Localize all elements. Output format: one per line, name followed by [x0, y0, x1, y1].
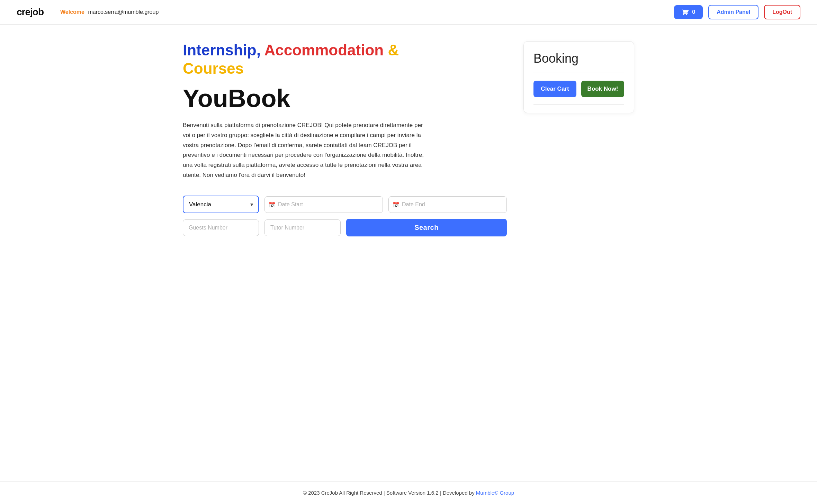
footer-copyright: © 2023 CreJob All Right Reserved | Softw… — [303, 490, 476, 496]
right-column: Booking Clear Cart Book Now! — [523, 41, 634, 470]
headline-courses: Courses — [183, 60, 244, 77]
search-row-1: Valencia Madrid Barcelona Rome Milan ▼ 📅… — [183, 196, 507, 213]
logo: crejob — [17, 7, 44, 18]
search-button[interactable]: Search — [346, 219, 507, 236]
search-form: Valencia Madrid Barcelona Rome Milan ▼ 📅… — [183, 196, 507, 236]
date-end-input[interactable] — [388, 196, 507, 213]
hero-description: Benvenuti sulla piattaforma di prenotazi… — [183, 120, 432, 180]
city-select[interactable]: Valencia Madrid Barcelona Rome Milan — [183, 196, 259, 213]
headline-comma: , — [257, 42, 261, 58]
city-select-wrapper: Valencia Madrid Barcelona Rome Milan ▼ — [183, 196, 259, 213]
guests-number-input[interactable] — [183, 219, 259, 236]
calendar-icon-start: 📅 — [269, 201, 276, 208]
booking-divider-bottom — [533, 104, 624, 105]
date-start-wrapper: 📅 — [264, 196, 383, 213]
cart-icon — [682, 9, 689, 16]
youbook-title: YouBook — [183, 85, 507, 112]
user-email: marco.serra@mumble.group — [88, 9, 159, 15]
footer-link[interactable]: Mumble© Group — [476, 490, 514, 496]
headline-accommodation: Accommodation — [264, 42, 384, 58]
welcome-label: Welcome — [60, 9, 84, 15]
headline-internship: Internship — [183, 42, 257, 58]
headline-ampersand: & — [388, 42, 399, 58]
cart-count: 0 — [692, 9, 695, 15]
main-content: Internship, Accommodation & Courses YouB… — [166, 25, 651, 481]
booking-title: Booking — [533, 51, 624, 66]
book-now-button[interactable]: Book Now! — [581, 81, 624, 97]
welcome-section: Welcome marco.serra@mumble.group — [60, 9, 666, 15]
logout-button[interactable]: LogOut — [764, 5, 800, 19]
header-actions: 0 Admin Panel LogOut — [674, 5, 800, 19]
calendar-icon-end: 📅 — [393, 201, 399, 208]
date-start-input[interactable] — [264, 196, 383, 213]
footer: © 2023 CreJob All Right Reserved | Softw… — [0, 481, 817, 504]
cart-button[interactable]: 0 — [674, 5, 703, 19]
header: crejob Welcome marco.serra@mumble.group … — [0, 0, 817, 25]
left-column: Internship, Accommodation & Courses YouB… — [183, 41, 507, 470]
search-row-2: Search — [183, 219, 507, 236]
booking-divider-top — [533, 72, 624, 72]
tutor-number-input[interactable] — [264, 219, 341, 236]
clear-cart-button[interactable]: Clear Cart — [533, 81, 576, 97]
date-end-wrapper: 📅 — [388, 196, 507, 213]
booking-panel: Booking Clear Cart Book Now! — [523, 41, 634, 113]
admin-panel-button[interactable]: Admin Panel — [708, 5, 758, 19]
headline: Internship, Accommodation & Courses — [183, 41, 507, 78]
booking-actions: Clear Cart Book Now! — [533, 81, 624, 97]
